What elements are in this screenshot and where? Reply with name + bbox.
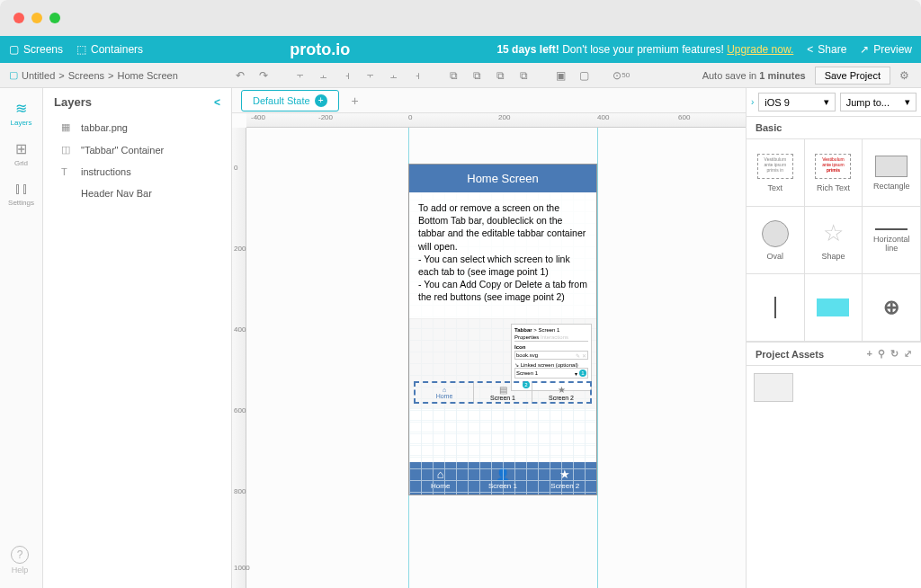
layers-icon: ≋ [15, 100, 27, 117]
screens-label: Screens [23, 43, 63, 56]
layer-item-tabbar-png[interactable]: ▦ tabbar.png [43, 116, 231, 138]
tabbar-example: ⌂Home ▤Screen 12 ★Screen 2 [414, 381, 592, 404]
horizontal-ruler: -400 -200 0 200 400 600 [246, 113, 746, 128]
lib-vline[interactable] [747, 274, 805, 342]
state-tab-default[interactable]: Default State + [241, 90, 339, 111]
guide-right[interactable] [597, 128, 598, 588]
containers-nav[interactable]: ⬚ Containers [76, 43, 143, 56]
vertical-ruler: 0 200 400 600 800 1000 [232, 128, 246, 588]
grid-icon: ⊞ [15, 140, 27, 157]
canvas[interactable]: -400 -200 0 200 400 600 0 200 400 600 80… [232, 113, 746, 588]
containers-label: Containers [91, 43, 143, 56]
screen-icon: ▢ [9, 69, 18, 81]
chevron-down-icon: ▾ [824, 96, 829, 108]
chevron-down-icon: ▾ [905, 96, 910, 108]
breadcrumb-current: Home Screen [118, 70, 178, 81]
zoom-icon[interactable]: ⊙50 [613, 67, 630, 84]
send-backward-icon[interactable]: ⧉ [493, 67, 509, 84]
star-icon: ★ [558, 385, 566, 395]
group-icon[interactable]: ▣ [553, 67, 569, 84]
jumpto-select[interactable]: Jump to...▾ [840, 93, 917, 111]
chevron-right-icon[interactable]: › [751, 97, 754, 107]
left-rail: ≋ Layers ⊞ Grid ⫿⫿ Settings ? Help [0, 88, 43, 588]
ungroup-icon[interactable]: ▢ [577, 67, 593, 84]
help-icon: ? [11, 546, 29, 564]
layer-item-instructions[interactable]: T instructions [43, 161, 231, 183]
screens-nav[interactable]: ▢ Screens [9, 43, 63, 56]
expand-asset-icon[interactable]: ⤢ [904, 348, 912, 360]
layers-title: Layers [54, 95, 92, 109]
asset-thumbnail[interactable] [754, 373, 793, 402]
lib-shape[interactable]: ☆Shape [805, 207, 863, 274]
add-asset-icon[interactable]: + [867, 348, 872, 360]
rail-grid[interactable]: ⊞ Grid [4, 133, 40, 174]
lib-target[interactable]: ⊕ [863, 274, 921, 342]
help-button[interactable]: ? Help [11, 546, 29, 575]
container-icon: ◫ [61, 144, 74, 156]
text-icon: T [61, 166, 74, 177]
align-middle-icon[interactable]: ⫠ [386, 67, 402, 84]
settings-gear-icon[interactable]: ⚙ [896, 67, 912, 84]
lib-fill[interactable] [805, 274, 863, 342]
breadcrumb-screens[interactable]: Screens [68, 70, 104, 81]
align-right-icon[interactable]: ⫞ [339, 67, 355, 84]
breadcrumb-bar: ▢ Untitled > Screens > Home Screen ↶ ↷ ⫟… [0, 63, 921, 88]
bring-front-icon[interactable]: ⧉ [446, 67, 462, 84]
top-navbar: ▢ Screens ⬚ Containers proto.io 15 days … [0, 36, 921, 63]
trial-notice: 15 days left! Don't lose your premium fe… [496, 43, 793, 56]
undo-icon[interactable]: ↶ [232, 67, 248, 84]
lib-rectangle[interactable]: Rectangle [863, 139, 921, 207]
layer-item-header-nav[interactable]: Header Nav Bar [43, 183, 231, 204]
breadcrumb-untitled[interactable]: Untitled [22, 70, 55, 81]
align-top-icon[interactable]: ⫟ [362, 67, 379, 84]
assets-title: Project Assets [756, 349, 824, 360]
share-icon: < [807, 43, 813, 56]
platform-select[interactable]: iOS 9▾ [758, 93, 835, 111]
plus-icon: + [315, 94, 327, 107]
preview-button[interactable]: ↗ Preview [860, 43, 912, 56]
screen-icon: ▢ [9, 43, 19, 56]
instructions-text[interactable]: To add or remove a screen on the Bottom … [409, 192, 596, 318]
image-icon: ▦ [61, 121, 74, 133]
canvas-area: Default State + + -400 -200 0 200 400 60… [232, 88, 746, 588]
upgrade-link[interactable]: Upgrade now. [727, 43, 793, 56]
window-titlebar [0, 0, 921, 36]
component-library: › iOS 9▾ Jump to...▾ Basic Vestibulum an… [746, 88, 921, 588]
breadcrumb: ▢ Untitled > Screens > Home Screen [9, 69, 178, 81]
layer-item-tabbar-container[interactable]: ◫ "Tabbar" Container [43, 138, 231, 161]
align-left-icon[interactable]: ⫟ [292, 67, 308, 84]
align-bottom-icon[interactable]: ⫞ [409, 67, 425, 84]
lib-hline[interactable]: Horizontal line [863, 207, 921, 274]
redo-icon[interactable]: ↷ [255, 67, 272, 84]
device-frame[interactable]: Home Screen To add or remove a screen on… [408, 164, 597, 495]
crosshair-icon: ⊕ [883, 296, 899, 319]
rail-settings[interactable]: ⫿⫿ Settings [4, 174, 40, 214]
align-center-icon[interactable]: ⫠ [316, 67, 332, 84]
collapse-layers-button[interactable]: < [214, 96, 220, 109]
search-asset-icon[interactable]: ⚲ [878, 348, 885, 360]
lib-text[interactable]: Vestibulum ante ipsum primis inText [747, 139, 805, 207]
refresh-asset-icon[interactable]: ↻ [890, 348, 899, 360]
library-section-basic: Basic [747, 117, 921, 139]
sliders-icon: ⫿⫿ [14, 181, 29, 197]
logo: proto.io [290, 40, 350, 59]
maximize-window-button[interactable] [49, 13, 60, 23]
home-icon: ⌂ [443, 387, 446, 393]
send-back-icon[interactable]: ⧉ [516, 67, 532, 84]
tabbar-image[interactable]: Tabbar > Screen 1 Properties Interaction… [409, 318, 596, 408]
device-header[interactable]: Home Screen [409, 165, 596, 192]
autosave-status: Auto save in 1 minutes [702, 70, 806, 81]
star-icon: ☆ [823, 219, 844, 247]
bring-forward-icon[interactable]: ⧉ [469, 67, 486, 84]
lib-oval[interactable]: Oval [747, 207, 805, 274]
book-icon: ▤ [499, 385, 507, 395]
rail-layers[interactable]: ≋ Layers [4, 93, 40, 133]
container-icon: ⬚ [76, 43, 86, 56]
minimize-window-button[interactable] [31, 13, 42, 23]
share-button[interactable]: < Share [807, 43, 846, 56]
save-project-button[interactable]: Save Project [815, 67, 890, 85]
lib-rich-text[interactable]: Vestibulum ante ipsum primisRich Text [805, 139, 863, 207]
close-window-button[interactable] [13, 13, 24, 23]
preview-icon: ↗ [860, 43, 869, 56]
add-state-button[interactable]: + [344, 94, 366, 108]
